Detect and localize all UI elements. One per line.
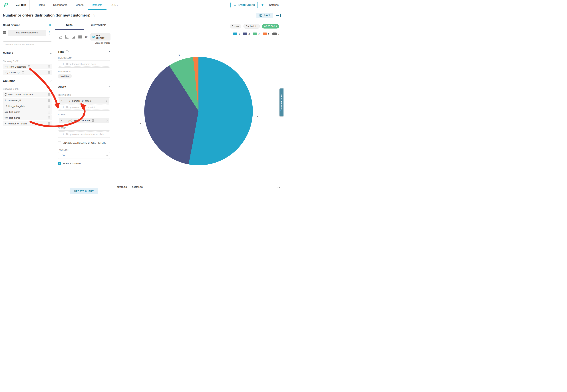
remove-dimension-icon[interactable]: ✕ (59, 98, 64, 104)
drag-handle[interactable] (48, 65, 50, 68)
nav-item-dashboards[interactable]: Dashboards (49, 0, 71, 10)
documentation-tab[interactable]: Documentation (280, 88, 284, 116)
info-icon[interactable]: i (66, 50, 69, 53)
sort-by-metric-row: ✓ SORT BY METRIC (58, 162, 110, 165)
drag-handle[interactable] (48, 71, 50, 74)
cross-filters-row: ENABLE DASHBOARD CROSS FILTERS (58, 141, 110, 144)
legend-swatch (253, 32, 257, 35)
metric-item-count[interactable]: ƒ(x) COUNT(*) (3, 70, 52, 75)
nav-item-datasets[interactable]: Datasets (88, 0, 106, 10)
update-chart-button[interactable]: UPDATE CHART (70, 188, 98, 194)
columns-count: Showing 6 of 6 (3, 87, 52, 90)
table-chart-icon[interactable] (78, 35, 82, 39)
title-bar: Number or orders distribution (for new c… (0, 10, 284, 21)
remove-metric-icon[interactable]: ✕ (59, 118, 64, 123)
dimension-chip[interactable]: ✕ # number_of_orders (59, 98, 109, 104)
collapse-columns-icon[interactable] (50, 80, 52, 82)
pie-slice-label: 2 (140, 121, 141, 124)
tab-results[interactable]: RESULTS (117, 186, 127, 188)
number-type-icon: # (4, 122, 7, 125)
app-logo[interactable]: P (0, 0, 12, 10)
metric-box: ✕ ƒ(x) New Customers (58, 117, 110, 124)
bar-chart-icon[interactable] (65, 35, 69, 39)
cached-badge[interactable]: Cached ↻ (243, 24, 260, 29)
tab-data[interactable]: DATA (55, 21, 84, 30)
edit-dimension-icon[interactable] (104, 98, 109, 104)
line-chart-icon[interactable] (58, 35, 62, 39)
column-item[interactable]: abc last_name (3, 115, 52, 120)
new-item-menu[interactable]: + ▾ (261, 3, 266, 7)
view-all-charts-link[interactable]: View all charts (95, 42, 110, 44)
legend-item[interactable]: 1 (233, 32, 240, 35)
pie-legend: 1 2 3 5 0 (233, 32, 279, 35)
collapse-query-icon[interactable] (108, 86, 110, 88)
drag-handle[interactable] (48, 116, 50, 119)
text-type-icon: abc (4, 111, 8, 113)
nav-right: INVITE USERS + ▾ Settings ▾ (230, 0, 284, 10)
row-limit-label: ROW LIMIT (58, 149, 110, 151)
legend-item[interactable]: 3 (253, 32, 259, 35)
filters-dropzone[interactable]: + Drop columns/metrics here or click (59, 131, 109, 137)
function-icon: ƒ(x) (4, 71, 8, 74)
favorite-star-icon[interactable]: ☆ (92, 13, 95, 17)
workspace-name[interactable]: CLI test (12, 0, 30, 10)
dataset-options-icon[interactable]: ⋮ (48, 31, 52, 35)
explore-page: P CLI test Home Dashboards Charts Datase… (0, 0, 284, 196)
time-range-value[interactable]: No filter (58, 74, 72, 78)
drag-handle[interactable] (48, 111, 50, 113)
nav-item-sql[interactable]: SQL▾ (106, 0, 122, 10)
refresh-icon[interactable]: ↻ (255, 25, 257, 28)
collapse-results-icon[interactable] (278, 185, 280, 189)
nav-item-home[interactable]: Home (34, 0, 49, 10)
collapse-time-icon[interactable] (108, 51, 110, 53)
column-item[interactable]: most_recent_order_date (3, 92, 52, 97)
pie-chart[interactable] (144, 57, 253, 165)
pie-chart-type-selected[interactable]: PIE CHART (90, 33, 111, 41)
metrics-header: Metrics (3, 52, 13, 55)
dataset-name[interactable]: dbt_beto.customers (8, 30, 46, 36)
calculator-icon (92, 119, 94, 122)
legend-swatch (243, 32, 247, 35)
number-type-icon: # (4, 99, 7, 102)
nav-item-charts[interactable]: Charts (71, 0, 88, 10)
area-chart-icon[interactable] (71, 35, 75, 39)
metric-chip[interactable]: ✕ ƒ(x) New Customers (59, 118, 109, 123)
more-options-button[interactable]: ••• (275, 13, 281, 18)
plus-icon: + (62, 133, 64, 136)
settings-menu[interactable]: Settings ▾ (269, 3, 281, 6)
dimensions-dropzone[interactable]: + Drop columns here or click (59, 104, 109, 110)
pie-wrap: 123 (144, 57, 253, 165)
big-number-chart-icon[interactable]: 4k (85, 35, 88, 39)
number-type-icon: # (68, 99, 71, 102)
column-item[interactable]: abc first_name (3, 109, 52, 115)
collapse-metrics-icon[interactable] (50, 53, 52, 55)
legend-item[interactable]: 2 (243, 32, 250, 35)
tab-customize[interactable]: CUSTOMIZE (84, 21, 113, 30)
plus-icon: + (62, 106, 64, 109)
sort-by-metric-checkbox[interactable]: ✓ (58, 162, 61, 165)
row-limit-select[interactable]: 100 (58, 152, 110, 159)
edit-metric-icon[interactable] (104, 118, 109, 123)
drag-handle[interactable] (48, 93, 50, 96)
legend-item[interactable]: 5 (263, 32, 269, 35)
column-item[interactable]: # number_of_orders (3, 121, 52, 126)
metric-item-new-customers[interactable]: ƒ(x) New Customers (3, 64, 52, 70)
drag-handle[interactable] (48, 122, 50, 125)
search-input[interactable] (3, 42, 52, 47)
drag-handle[interactable] (48, 99, 50, 102)
filters-box: + Drop columns/metrics here or click (58, 130, 110, 138)
column-item[interactable]: # customer_id (3, 98, 52, 103)
collapse-panel-icon[interactable] (49, 23, 52, 27)
time-column-dropzone[interactable]: + Drop temporal column here (59, 61, 109, 67)
column-item[interactable]: first_order_date (3, 103, 52, 109)
calculator-icon (22, 71, 24, 74)
person-plus-icon (233, 3, 236, 7)
drag-handle[interactable] (48, 105, 50, 108)
legend-swatch (272, 32, 277, 35)
tab-samples[interactable]: SAMPLES (132, 186, 143, 188)
cross-filters-checkbox[interactable] (58, 141, 61, 144)
legend-swatch (233, 32, 237, 35)
save-button[interactable]: SAVE (256, 13, 273, 18)
legend-item[interactable]: 0 (272, 32, 279, 35)
invite-users-button[interactable]: INVITE USERS (230, 2, 258, 8)
